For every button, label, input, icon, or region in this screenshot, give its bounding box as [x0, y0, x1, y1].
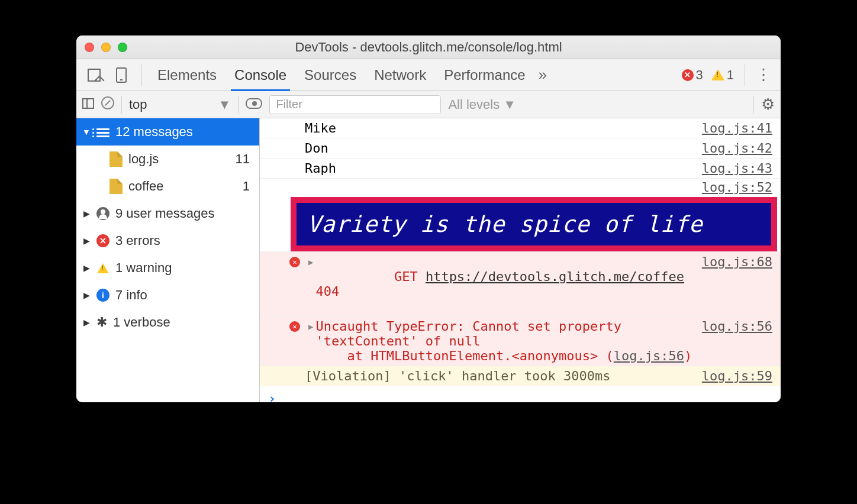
sidebar-item-label: 12 messages [115, 124, 193, 140]
chevron-down-icon: ▼ [503, 97, 516, 112]
chevron-right-icon: ▶ [82, 318, 91, 327]
prompt-icon: › [268, 391, 276, 402]
sidebar-item-warnings[interactable]: ▶ 1 warning [76, 254, 259, 282]
more-menu-icon[interactable]: ⋮ [756, 66, 772, 84]
sidebar-item-label: 3 errors [115, 233, 160, 248]
warning-count-value: 1 [727, 67, 734, 83]
source-link[interactable]: log.js:59 [695, 369, 772, 383]
sidebar-item-label: coffee [128, 179, 164, 194]
file-icon [109, 179, 123, 194]
source-link[interactable]: log.js:56 [695, 319, 772, 334]
sidebar-item-user-messages[interactable]: ▶ 9 user messages [76, 200, 259, 227]
styled-log-message: Variety is the spice of life [291, 197, 777, 251]
chevron-right-icon: ▶ [82, 209, 91, 218]
sidebar-item-count: 1 [243, 179, 253, 194]
error-message: Uncaught TypeError: Cannot set property … [315, 319, 694, 363]
window-title: DevTools - devtools.glitch.me/console/lo… [76, 40, 781, 55]
divider [238, 96, 239, 114]
error-icon: ✕ [682, 69, 694, 81]
chevron-right-icon: ▶ [82, 290, 91, 300]
bug-icon [96, 315, 107, 330]
sidebar-item-messages[interactable]: ▼ 12 messages [76, 118, 259, 146]
sidebar-item-file-logjs[interactable]: log.js 11 [76, 146, 259, 173]
log-row[interactable]: Raph log.js:43 [260, 159, 781, 179]
clear-console-icon[interactable] [101, 96, 114, 113]
error-icon: ✕ [289, 257, 300, 267]
levels-label: All levels [448, 97, 500, 112]
filter-input[interactable] [269, 95, 441, 114]
tab-sources[interactable]: Sources [299, 59, 361, 91]
log-row[interactable]: log.js:52 [260, 179, 781, 197]
divider [141, 64, 142, 86]
sidebar-item-count: 11 [236, 151, 253, 167]
titlebar: DevTools - devtools.glitch.me/console/lo… [76, 35, 781, 59]
warning-message: [Violation] 'click' handler took 3000ms [305, 369, 695, 383]
console-output: Mike log.js:41 Don log.js:42 Raph log.js… [260, 118, 781, 402]
chevron-down-icon: ▼ [218, 97, 231, 112]
styled-log-row[interactable]: Variety is the spice of life [260, 197, 781, 252]
sidebar-item-info[interactable]: ▶ i 7 info [76, 282, 259, 309]
divider [121, 96, 122, 114]
log-message: Don [305, 141, 695, 156]
sidebar-item-verbose[interactable]: ▶ 1 verbose [76, 309, 259, 336]
log-levels-selector[interactable]: All levels ▼ [448, 97, 516, 112]
divider [753, 96, 754, 114]
device-toggle-icon[interactable] [112, 66, 131, 85]
error-icon: ✕ [289, 321, 300, 332]
warning-count[interactable]: 1 [711, 67, 734, 83]
log-row[interactable]: Don log.js:42 [260, 138, 781, 159]
error-row[interactable]: ✕ ▶ GET https://devtools.glitch.me/coffe… [260, 252, 781, 316]
minimize-icon[interactable] [101, 43, 111, 52]
sidebar-item-errors[interactable]: ▶ ✕ 3 errors [76, 227, 259, 254]
chevron-right-icon: ▶ [82, 236, 91, 245]
error-row[interactable]: ✕ ▶ Uncaught TypeError: Cannot set prope… [260, 316, 781, 366]
context-selector[interactable]: top ▼ [129, 97, 231, 112]
fullscreen-icon[interactable] [118, 43, 127, 52]
error-count[interactable]: ✕ 3 [682, 67, 703, 83]
console-body: ▼ 12 messages log.js 11 coffee 1 ▶ 9 use… [76, 118, 781, 402]
error-icon: ✕ [96, 234, 109, 247]
user-icon [96, 207, 109, 220]
error-message: GET https://devtools.glitch.me/coffee 40… [315, 254, 694, 314]
log-message: Mike [305, 121, 695, 135]
window-controls [85, 43, 127, 52]
tab-performance[interactable]: Performance [439, 59, 530, 91]
sidebar-item-label: 7 info [115, 287, 147, 303]
source-link[interactable]: log.js:68 [695, 254, 772, 269]
sidebar-item-file-coffee[interactable]: coffee 1 [76, 173, 259, 200]
log-row[interactable]: Mike log.js:41 [260, 118, 781, 138]
source-link[interactable]: log.js:42 [695, 141, 772, 156]
divider [745, 64, 745, 86]
file-icon [109, 151, 123, 167]
sidebar-item-label: 1 verbose [113, 315, 170, 330]
warning-row[interactable]: [Violation] 'click' handler took 3000ms … [260, 366, 781, 386]
warning-icon [711, 69, 724, 80]
context-label: top [129, 97, 147, 112]
console-sidebar: ▼ 12 messages log.js 11 coffee 1 ▶ 9 use… [76, 118, 260, 402]
chevron-right-icon[interactable]: ▶ [308, 254, 313, 267]
warning-icon [97, 263, 109, 273]
toggle-sidebar-icon[interactable] [82, 97, 94, 112]
chevron-down-icon: ▼ [82, 127, 91, 137]
console-prompt[interactable]: › [260, 386, 781, 402]
tab-elements[interactable]: Elements [153, 59, 221, 91]
tabs-overflow[interactable]: » [539, 66, 547, 84]
log-message: Raph [305, 161, 695, 176]
console-toolbar: top ▼ All levels ▼ ⚙ [76, 91, 781, 118]
error-count-value: 3 [696, 67, 703, 83]
list-icon [96, 127, 109, 137]
tab-network[interactable]: Network [369, 59, 431, 91]
devtools-window: DevTools - devtools.glitch.me/console/lo… [76, 35, 781, 402]
settings-icon[interactable]: ⚙ [761, 95, 775, 114]
live-expression-icon[interactable] [246, 97, 262, 112]
chevron-right-icon[interactable]: ▶ [308, 319, 313, 331]
source-link[interactable]: log.js:41 [695, 121, 772, 135]
source-link[interactable]: log.js:52 [702, 180, 772, 195]
source-link[interactable]: log.js:43 [695, 161, 772, 176]
sidebar-item-label: 1 warning [115, 260, 172, 276]
tab-console[interactable]: Console [230, 59, 291, 91]
info-icon: i [96, 289, 109, 302]
sidebar-item-label: 9 user messages [115, 206, 215, 221]
inspect-icon[interactable] [85, 66, 104, 85]
close-icon[interactable] [85, 43, 94, 52]
